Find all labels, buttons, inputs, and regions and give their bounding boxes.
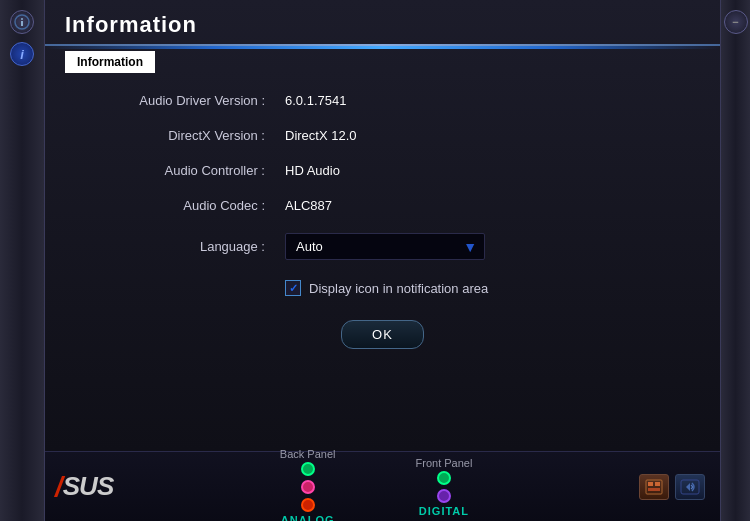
audio-codec-row: Audio Codec : ALC887 (85, 198, 680, 213)
accent-line (45, 46, 720, 49)
front-panel-dots (437, 471, 451, 503)
audio-driver-label: Audio Driver Version : (85, 93, 285, 108)
svg-rect-5 (655, 482, 660, 486)
ok-button[interactable]: OK (341, 320, 424, 349)
notification-checkbox-row: Display icon in notification area (285, 280, 680, 296)
audio-controller-row: Audio Controller : HD Audio (85, 163, 680, 178)
svg-rect-4 (648, 482, 653, 486)
directx-value: DirectX 12.0 (285, 128, 357, 143)
digital-label: DIGITAL (419, 505, 469, 517)
back-panel-dot-2 (301, 480, 315, 494)
front-panel-dot-2 (437, 489, 451, 503)
front-panel-group: Front Panel DIGITAL (416, 457, 473, 517)
logo-button[interactable] (10, 10, 34, 34)
front-panel-dot-1 (437, 471, 451, 485)
side-chrome-right: − (720, 0, 750, 521)
front-panel-label: Front Panel (416, 457, 473, 469)
directx-label: DirectX Version : (85, 128, 285, 143)
settings-icon-box[interactable] (639, 474, 669, 500)
app-frame: i − Information Information Audio Driver… (0, 0, 750, 521)
panels-center: Back Panel ANALOG Front Panel DIGITAL (113, 448, 639, 522)
tab-information[interactable]: Information (65, 51, 155, 73)
notification-checkbox[interactable] (285, 280, 301, 296)
back-panel-dot-1 (301, 462, 315, 476)
language-row: Language : Auto English Chinese Japanese… (85, 233, 680, 260)
back-panel-dot-3 (301, 498, 315, 512)
language-select-wrapper: Auto English Chinese Japanese Korean Ger… (285, 233, 485, 260)
bottom-bar: / SUS Back Panel ANALOG Front Panel (0, 451, 750, 521)
header: Information (45, 0, 720, 46)
tab-strip: Information (45, 51, 750, 73)
bottom-right-icons (639, 474, 705, 500)
audio-icon-box[interactable] (675, 474, 705, 500)
back-panel-label: Back Panel (280, 448, 336, 460)
audio-controller-label: Audio Controller : (85, 163, 285, 178)
svg-rect-2 (21, 21, 23, 26)
notification-label: Display icon in notification area (309, 281, 488, 296)
analog-label: ANALOG (281, 514, 335, 522)
side-chrome-left: i (0, 0, 45, 521)
info-nav-button[interactable]: i (10, 42, 34, 66)
page-title: Information (65, 12, 700, 38)
directx-row: DirectX Version : DirectX 12.0 (85, 128, 680, 143)
back-panel-dots (301, 462, 315, 512)
asus-logo: / SUS (55, 471, 113, 503)
language-label: Language : (85, 239, 285, 254)
audio-driver-value: 6.0.1.7541 (285, 93, 346, 108)
audio-controller-value: HD Audio (285, 163, 340, 178)
minimize-button[interactable]: − (724, 10, 748, 34)
ok-button-row: OK (85, 320, 680, 349)
language-select[interactable]: Auto English Chinese Japanese Korean Ger… (285, 233, 485, 260)
svg-rect-6 (648, 488, 660, 491)
audio-driver-row: Audio Driver Version : 6.0.1.7541 (85, 93, 680, 108)
audio-codec-value: ALC887 (285, 198, 332, 213)
svg-point-1 (21, 18, 23, 20)
audio-codec-label: Audio Codec : (85, 198, 285, 213)
back-panel-group: Back Panel ANALOG (280, 448, 336, 522)
main-content: Audio Driver Version : 6.0.1.7541 Direct… (45, 73, 720, 451)
